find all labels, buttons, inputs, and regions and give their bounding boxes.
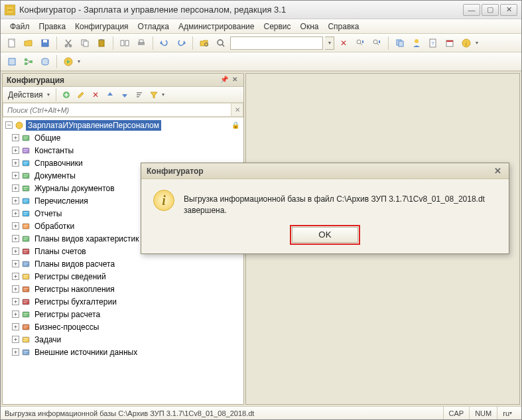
expander-icon[interactable]: + (12, 247, 19, 255)
paste-icon[interactable] (94, 36, 109, 50)
save-icon[interactable] (38, 36, 52, 50)
expander-icon[interactable]: + (12, 235, 19, 242)
panel-search-input[interactable] (3, 103, 231, 117)
dialog-title: Конфигуратор (147, 167, 204, 176)
tree-item[interactable]: +Регистры сведений (3, 270, 243, 283)
tree-item[interactable]: +Планы видов расчета (3, 257, 243, 270)
svg-rect-80 (24, 302, 27, 303)
calendar-icon[interactable] (442, 36, 457, 50)
actions-menu[interactable]: Действия (5, 90, 46, 100)
expander-icon[interactable]: + (12, 323, 19, 330)
syntax-check-icon[interactable]: ? (426, 36, 440, 50)
new-icon[interactable] (5, 36, 19, 50)
expander-icon[interactable]: − (5, 121, 13, 129)
svg-rect-53 (24, 188, 27, 189)
tree-item[interactable]: +Задачи (3, 333, 243, 346)
find-folder-icon[interactable] (197, 36, 212, 50)
copy-special-icon[interactable] (393, 36, 407, 50)
redo-icon[interactable] (174, 36, 188, 50)
config-tree[interactable]: − ЗарплатаИУправлениеПерсоналом 🔒 +Общие… (3, 117, 243, 404)
menu-debug[interactable]: Отладка (134, 21, 173, 33)
tree-item[interactable]: +Бизнес-процессы (3, 320, 243, 333)
menu-windows[interactable]: Окна (296, 21, 323, 33)
menu-file[interactable]: Файл (6, 21, 34, 33)
debug-start-icon[interactable] (61, 54, 76, 69)
open-icon[interactable] (21, 36, 36, 50)
info-icon[interactable]: i (459, 36, 474, 50)
ok-button[interactable]: OK (292, 227, 358, 243)
panel-search-clear-icon[interactable]: ✕ (231, 103, 243, 117)
svg-rect-86 (24, 327, 27, 328)
expander-icon[interactable]: + (12, 298, 19, 305)
tree-item-label: Журналы документов (33, 183, 117, 194)
open-config-icon[interactable] (5, 54, 19, 69)
tree-item[interactable]: +Общие (3, 131, 243, 144)
maximize-button[interactable]: ▢ (482, 4, 499, 16)
expander-icon[interactable]: + (12, 285, 19, 293)
menu-edit[interactable]: Правка (35, 21, 70, 33)
dialog-close-icon[interactable]: ✕ (491, 166, 503, 176)
svg-rect-62 (24, 226, 27, 227)
move-down-icon[interactable] (118, 88, 131, 102)
undo-icon[interactable] (157, 36, 172, 50)
svg-rect-84 (23, 324, 29, 330)
tree-item-label: Регистры расчета (33, 309, 102, 320)
expander-icon[interactable]: + (12, 222, 19, 230)
svg-rect-41 (24, 138, 27, 139)
menu-config[interactable]: Конфигурация (71, 21, 133, 33)
tree-item[interactable]: +Внешние источники данных (3, 346, 243, 358)
db-config-icon[interactable] (38, 54, 52, 69)
expander-icon[interactable]: + (12, 147, 19, 154)
expander-icon[interactable]: + (12, 336, 19, 343)
cut-icon[interactable] (61, 36, 76, 50)
menu-admin[interactable]: Администрирование (174, 21, 258, 33)
svg-rect-31 (30, 60, 33, 63)
search-icon[interactable] (214, 36, 228, 50)
copy-icon[interactable] (78, 36, 92, 50)
filter-icon[interactable] (147, 88, 161, 102)
expander-icon[interactable]: + (12, 172, 19, 179)
expander-icon[interactable]: + (12, 159, 19, 167)
panel-pin-icon[interactable]: 📌 (220, 76, 229, 85)
status-num: NUM (469, 407, 497, 419)
tree-item[interactable]: +Регистры накопления (3, 283, 243, 295)
svg-point-38 (16, 122, 23, 129)
menu-service[interactable]: Сервис (259, 21, 294, 33)
dialog-titlebar[interactable]: Конфигуратор ✕ (141, 163, 509, 179)
toolbar-search-input[interactable] (230, 36, 323, 50)
clear-search-icon[interactable]: ✕ (336, 36, 351, 50)
expander-icon[interactable]: + (12, 273, 19, 280)
svg-rect-82 (24, 313, 29, 314)
tree-item-label: Константы (33, 145, 76, 156)
tree-item[interactable]: +Регистры расчета (3, 308, 243, 320)
menu-help[interactable]: Справка (324, 21, 363, 33)
expander-icon[interactable]: + (12, 348, 19, 356)
panel-close-icon[interactable]: ✕ (230, 76, 239, 85)
expander-icon[interactable]: + (12, 210, 19, 217)
add-icon[interactable] (60, 88, 73, 102)
svg-rect-65 (24, 239, 27, 240)
tree-item[interactable]: +Регистры бухгалтерии (3, 295, 243, 308)
delete-icon[interactable]: ✕ (89, 88, 102, 102)
config-tree-icon[interactable] (21, 54, 36, 69)
expander-icon[interactable]: + (12, 311, 19, 318)
move-up-icon[interactable] (103, 88, 117, 102)
user-icon[interactable] (409, 36, 424, 50)
expander-icon[interactable]: + (12, 184, 19, 192)
tree-root[interactable]: − ЗарплатаИУправлениеПерсоналом 🔒 (3, 119, 243, 131)
expander-icon[interactable]: + (12, 134, 19, 141)
expander-icon[interactable]: + (12, 260, 19, 267)
find-prev-icon[interactable] (353, 36, 367, 50)
minimize-button[interactable]: — (463, 4, 480, 16)
edit-icon[interactable] (74, 88, 88, 102)
find-next-icon[interactable] (369, 36, 384, 50)
close-button[interactable]: ✕ (500, 4, 517, 16)
compare-icon[interactable] (117, 36, 132, 50)
expander-icon[interactable]: + (12, 197, 19, 204)
sort-icon[interactable] (133, 88, 146, 102)
search-dropdown[interactable]: ▾ (325, 36, 334, 50)
lock-icon: 🔒 (231, 121, 239, 129)
tree-item[interactable]: +Константы (3, 144, 243, 157)
print-icon[interactable] (134, 36, 149, 50)
svg-rect-89 (24, 340, 27, 340)
